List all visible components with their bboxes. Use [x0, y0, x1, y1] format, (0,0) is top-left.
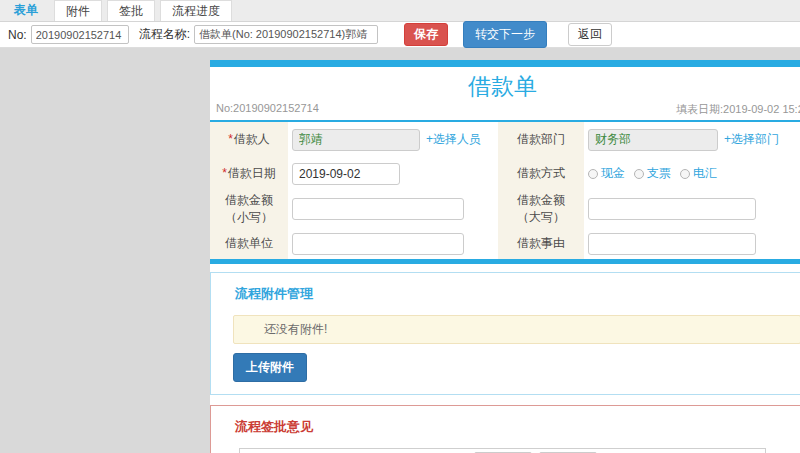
loan-form-panel: 借款单 No:20190902152714 填表日期:2019-09-02 15…: [210, 60, 800, 264]
department-field: [588, 129, 718, 151]
radio-cash[interactable]: 现金: [588, 165, 625, 182]
required-mark: *: [222, 166, 227, 180]
save-button[interactable]: 保存: [404, 23, 448, 46]
radio-wire-transfer[interactable]: 电汇: [680, 165, 717, 182]
no-input[interactable]: [31, 25, 129, 44]
action-toolbar: No: 流程名称: 保存 转交下一步 返回: [0, 22, 800, 48]
unit-label: 借款单位: [210, 228, 288, 259]
panel-accent-bar-bottom: [210, 259, 800, 264]
borrow-method-radios: 现金 支票 电汇: [588, 165, 717, 182]
no-attachment-message: 还没有附件!: [233, 315, 800, 344]
department-cell: +选择部门: [584, 122, 800, 157]
rich-text-editor: B I abc ✎ ⚭ ⚮ ⚑ ≣ ☰ ⇤ ⇥ ❞ 样式 ▾: [239, 448, 766, 453]
amount-upper-label: 借款金额（大写）: [498, 190, 584, 228]
tab-strip: 表单 附件 签批 流程进度: [0, 0, 800, 22]
fill-date: 填表日期:2019-09-02 15:27:1: [676, 102, 800, 117]
page-title: 借款单: [210, 67, 795, 102]
borrow-date-field[interactable]: [292, 163, 400, 185]
required-mark: *: [228, 132, 233, 146]
radio-icon[interactable]: [634, 169, 644, 179]
reason-field[interactable]: [588, 233, 756, 255]
reason-label: 借款事由: [498, 228, 584, 259]
no-label: No:: [8, 28, 27, 42]
amount-lower-cell: [288, 190, 498, 228]
unit-cell: [288, 228, 498, 259]
form-meta-row: No:20190902152714 填表日期:2019-09-02 15:27:…: [210, 102, 800, 117]
loan-form-table: *借款人 +选择人员 借款部门 +选择部门 *借款日期 借款方式: [210, 120, 800, 259]
borrow-method-cell: 现金 支票 电汇: [584, 157, 800, 190]
amount-lower-label: 借款金额（小写）: [210, 190, 288, 228]
approval-panel: 流程签批意见 B I abc ✎ ⚭ ⚮ ⚑ ≣ ☰ ⇤ ⇥ ❞ 样式: [210, 405, 800, 453]
reason-cell: [584, 228, 800, 259]
radio-icon[interactable]: [680, 169, 690, 179]
amount-upper-field[interactable]: [588, 198, 756, 220]
document-number: No:20190902152714: [216, 102, 319, 114]
borrower-cell: +选择人员: [288, 122, 498, 157]
select-department-link[interactable]: +选择部门: [724, 131, 779, 148]
upload-attachment-button[interactable]: 上传附件: [233, 353, 307, 382]
attachment-panel: 流程附件管理 还没有附件! 上传附件: [210, 272, 800, 395]
tab-form[interactable]: 表单: [3, 0, 49, 21]
approval-heading: 流程签批意见: [235, 418, 800, 436]
back-button[interactable]: 返回: [568, 23, 612, 46]
amount-lower-field[interactable]: [292, 198, 464, 220]
panel-accent-bar: [210, 60, 800, 67]
tab-process-progress[interactable]: 流程进度: [160, 0, 232, 21]
borrow-method-label: 借款方式: [498, 157, 584, 190]
borrow-date-cell: [288, 157, 498, 190]
main-content: 借款单 No:20190902152714 填表日期:2019-09-02 15…: [210, 60, 800, 453]
radio-icon[interactable]: [588, 169, 598, 179]
department-label: 借款部门: [498, 122, 584, 157]
attachment-heading: 流程附件管理: [235, 285, 800, 303]
borrow-date-label: *借款日期: [210, 157, 288, 190]
editor-toolbar: B I abc ✎ ⚭ ⚮ ⚑ ≣ ☰ ⇤ ⇥ ❞ 样式 ▾: [240, 449, 765, 453]
radio-cheque[interactable]: 支票: [634, 165, 671, 182]
tab-attachments[interactable]: 附件: [54, 0, 102, 21]
amount-upper-cell: [584, 190, 800, 228]
select-person-link[interactable]: +选择人员: [426, 131, 481, 148]
process-name-input[interactable]: [194, 25, 378, 44]
tab-approvals[interactable]: 签批: [107, 0, 155, 21]
next-step-button[interactable]: 转交下一步: [463, 21, 547, 48]
borrower-label: *借款人: [210, 122, 288, 157]
process-name-label: 流程名称:: [139, 26, 190, 43]
borrower-field: [292, 129, 420, 151]
unit-field[interactable]: [292, 233, 464, 255]
